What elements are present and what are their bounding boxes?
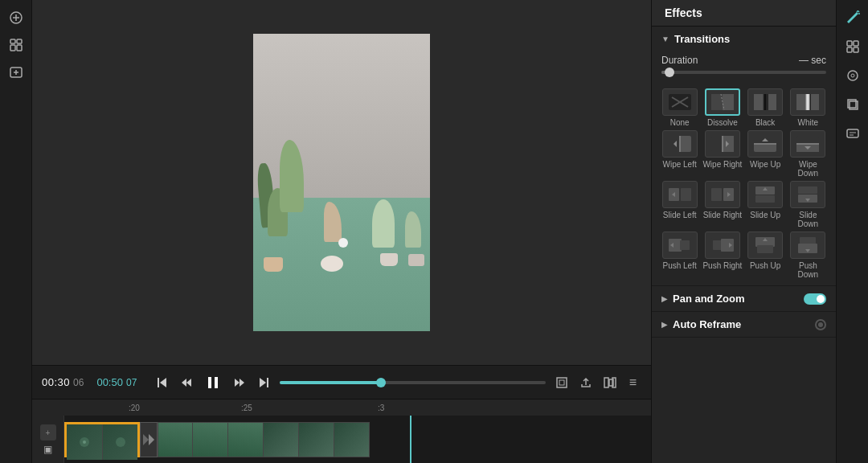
play-pause-button[interactable]: [201, 371, 225, 395]
clip-item[interactable]: [193, 422, 228, 457]
transition-wipe-right[interactable]: Wipe Right: [702, 130, 742, 178]
clip-item[interactable]: [102, 424, 137, 460]
more-options-button[interactable]: ≡: [624, 374, 641, 391]
step-back-button[interactable]: [177, 373, 196, 392]
svg-rect-100: [847, 41, 852, 46]
clip-item[interactable]: [228, 422, 264, 457]
track-video-icon: ▣: [43, 444, 52, 455]
track-add-icon[interactable]: +: [40, 424, 56, 440]
transition-black[interactable]: Black: [746, 88, 785, 127]
transition-white[interactable]: White: [788, 88, 828, 127]
go-to-end-button[interactable]: [254, 373, 273, 392]
transition-none[interactable]: None: [660, 88, 699, 127]
controls-bar: 00:30 06 00:50 07: [32, 365, 651, 399]
slider-handle[interactable]: [665, 68, 674, 77]
transition-push-left-thumb[interactable]: [662, 232, 698, 259]
svg-point-104: [848, 71, 858, 80]
duration-slider[interactable]: [661, 71, 826, 74]
transition-white-thumb[interactable]: [790, 88, 825, 116]
effects-panel: Effects ▼ Transitions Duration — sec: [651, 0, 836, 463]
svg-rect-45: [811, 94, 819, 110]
transition-none-thumb[interactable]: [662, 88, 698, 116]
svg-rect-14: [208, 377, 211, 388]
share-icon[interactable]: [576, 373, 596, 392]
auto-reframe-title: Auto Reframe: [673, 318, 810, 330]
transition-slide-up-thumb[interactable]: [747, 181, 783, 208]
auto-reframe-header[interactable]: ▶ Auto Reframe: [652, 312, 836, 337]
preview-image: [253, 34, 430, 331]
transition-slide-right[interactable]: Slide Right: [702, 181, 742, 228]
panel-content: ▼ Transitions Duration — sec: [652, 27, 836, 463]
transitions-title: Transitions: [674, 33, 826, 45]
transition-slide-left-thumb[interactable]: [662, 181, 698, 208]
transition-push-down-thumb[interactable]: [790, 232, 825, 259]
svg-marker-13: [186, 379, 191, 387]
transition-push-left-label: Push Left: [662, 261, 696, 270]
transition-push-up[interactable]: Push Up: [746, 232, 785, 279]
transition-wipe-left[interactable]: Wipe Left: [660, 130, 699, 178]
svg-rect-21: [559, 380, 564, 385]
magic-wand-icon[interactable]: [841, 6, 864, 29]
caption-icon[interactable]: [841, 122, 864, 145]
svg-rect-91: [757, 245, 773, 253]
effects-icon[interactable]: [841, 35, 864, 58]
progress-handle[interactable]: [376, 378, 386, 387]
grid-icon[interactable]: [5, 34, 27, 56]
svg-rect-19: [267, 378, 268, 387]
transition-wipe-right-thumb[interactable]: [705, 130, 740, 158]
auto-reframe-section: ▶ Auto Reframe: [652, 312, 836, 338]
go-to-start-button[interactable]: [153, 373, 172, 392]
transitions-header[interactable]: ▼ Transitions: [652, 27, 836, 51]
transition-slide-down[interactable]: Slide Down: [788, 181, 828, 228]
svg-rect-5: [10, 45, 15, 51]
transition-wipe-up[interactable]: Wipe Up: [746, 130, 785, 178]
progress-section: [280, 381, 545, 384]
transition-dissolve[interactable]: Dissolve: [702, 88, 742, 127]
progress-bar[interactable]: [280, 381, 545, 384]
auto-reframe-toggle[interactable]: [815, 319, 826, 330]
clip-item[interactable]: [158, 422, 193, 457]
transition-push-up-thumb[interactable]: [747, 232, 783, 259]
transition-wipe-left-thumb[interactable]: [662, 130, 698, 158]
transition-push-up-label: Push Up: [750, 261, 780, 270]
clip-item[interactable]: [67, 424, 102, 460]
step-forward-button[interactable]: [230, 373, 249, 392]
svg-rect-78: [798, 186, 817, 194]
transition-black-label: Black: [755, 118, 775, 127]
current-time: 00:30: [42, 376, 70, 388]
svg-rect-39: [768, 94, 776, 110]
transition-slide-left[interactable]: Slide Left: [660, 181, 699, 228]
transition-push-down[interactable]: Push Down: [788, 232, 828, 279]
crop-icon[interactable]: [841, 93, 864, 116]
transition-slide-right-thumb[interactable]: [705, 181, 740, 208]
transition-wipe-down-thumb[interactable]: [790, 130, 825, 158]
transition-slide-down-thumb[interactable]: [790, 181, 825, 208]
fullscreen-icon[interactable]: [552, 373, 571, 392]
svg-marker-12: [182, 379, 186, 387]
add-media-icon[interactable]: [5, 61, 27, 84]
track-label: + ▣: [32, 416, 64, 463]
transition-wipe-up-thumb[interactable]: [747, 130, 783, 158]
svg-rect-83: [680, 240, 690, 250]
transition-push-right-thumb[interactable]: [705, 232, 740, 259]
pan-zoom-toggle[interactable]: [804, 293, 826, 305]
color-icon[interactable]: [841, 64, 864, 87]
svg-rect-46: [806, 94, 809, 110]
playhead[interactable]: [410, 416, 411, 463]
add-icon[interactable]: [5, 6, 27, 29]
right-controls: ≡: [552, 373, 641, 392]
svg-rect-10: [158, 378, 159, 387]
clip-item[interactable]: [299, 422, 334, 457]
export-icon[interactable]: [600, 373, 620, 392]
clip-item[interactable]: [264, 422, 299, 457]
transition-black-thumb[interactable]: [747, 88, 783, 116]
transition-push-right[interactable]: Push Right: [702, 232, 742, 279]
transition-wipe-down[interactable]: Wipe Down: [788, 130, 828, 178]
transition-push-left[interactable]: Push Left: [660, 232, 699, 279]
svg-point-26: [83, 440, 86, 444]
pan-zoom-header[interactable]: ▶ Pan and Zoom: [652, 286, 836, 311]
clip-item[interactable]: [334, 422, 370, 457]
svg-rect-101: [854, 41, 858, 46]
transition-slide-up[interactable]: Slide Up: [746, 181, 785, 228]
transition-dissolve-thumb[interactable]: [705, 88, 740, 116]
